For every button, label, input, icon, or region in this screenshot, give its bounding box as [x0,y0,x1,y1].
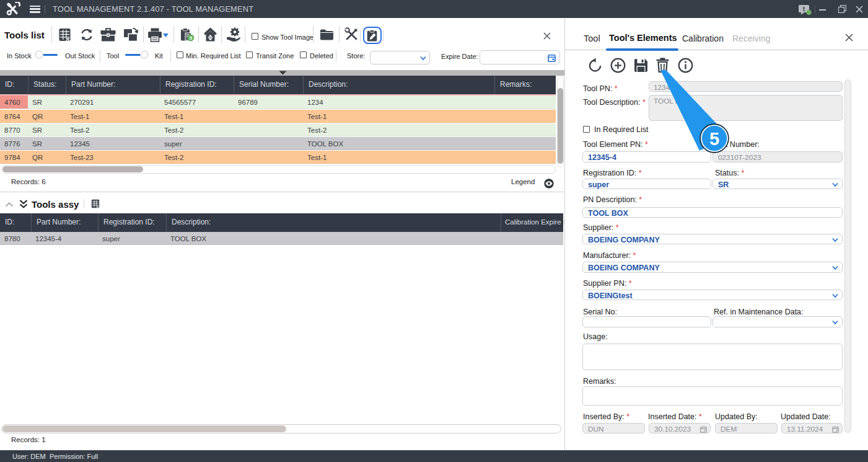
svg-text:5: 5 [709,129,719,149]
svg-text:5: 5 [190,35,193,41]
